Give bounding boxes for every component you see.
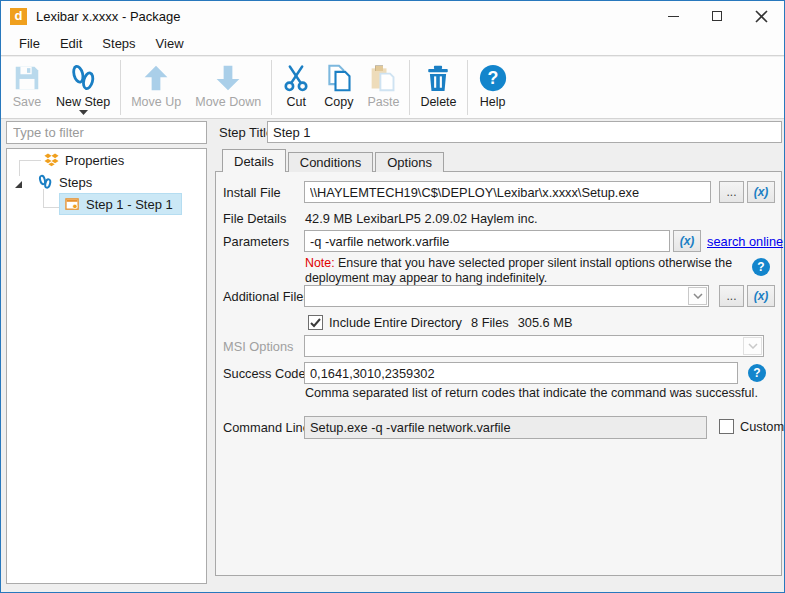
minimize-icon <box>668 16 679 17</box>
toolbar: Save New Step Move Up <box>1 57 784 119</box>
delete-label: Delete <box>420 95 456 109</box>
scissors-icon <box>282 62 310 94</box>
additional-files-variable-button[interactable]: (x) <box>747 285 775 307</box>
trash-icon <box>425 62 451 94</box>
copy-label: Copy <box>324 95 353 109</box>
tree-item-step-1[interactable]: Step 1 - Step 1 <box>59 193 182 215</box>
tree-item-label: Properties <box>65 153 124 168</box>
additional-files-combobox[interactable] <box>304 285 709 307</box>
footsteps-icon <box>68 62 98 94</box>
custom-checkbox[interactable] <box>719 419 734 434</box>
move-up-label: Move Up <box>131 95 181 109</box>
note-text: Ensure that you have selected proper sil… <box>305 256 732 285</box>
success-codes-input[interactable] <box>304 362 738 384</box>
new-step-button[interactable]: New Step <box>49 57 117 118</box>
parameters-input[interactable] <box>304 230 670 252</box>
step-form-icon <box>64 196 80 212</box>
search-online-link[interactable]: search online <box>707 234 783 249</box>
additional-files-value <box>305 288 310 303</box>
save-button: Save <box>5 57 49 118</box>
include-directory-files-count: 8 Files <box>471 315 509 330</box>
new-step-dropdown-icon[interactable] <box>79 110 88 115</box>
parameters-help-icon[interactable]: ? <box>752 258 770 276</box>
paste-label: Paste <box>367 95 399 109</box>
chevron-down-icon[interactable] <box>688 287 707 305</box>
file-details-value: 42.9 MB LexibarLP5 2.09.02 Haylem inc. <box>305 211 538 226</box>
command-line-label: Command Line <box>223 420 310 435</box>
parameters-variable-button[interactable]: (x) <box>673 230 701 252</box>
command-line-output <box>304 416 707 439</box>
tree-expander-icon[interactable] <box>14 180 23 189</box>
custom-label: Custom <box>740 419 784 434</box>
success-codes-helper-text: Comma separated list of return codes tha… <box>305 386 758 400</box>
copy-button[interactable]: Copy <box>317 57 360 118</box>
msi-options-combobox <box>304 335 764 357</box>
success-codes-help-icon[interactable]: ? <box>748 364 766 382</box>
save-label: Save <box>13 95 42 109</box>
include-directory-checkbox[interactable] <box>308 315 323 330</box>
package-icon <box>43 152 59 168</box>
minimize-button[interactable] <box>662 5 684 27</box>
maximize-button[interactable] <box>706 5 728 27</box>
filter-input[interactable] <box>6 121 207 144</box>
step-title-label: Step Title <box>219 125 273 140</box>
tab-strip: Details Conditions Options <box>222 149 446 172</box>
install-file-variable-button[interactable]: (x) <box>747 181 775 203</box>
note-prefix: Note: <box>305 256 335 270</box>
arrow-up-icon <box>142 62 170 94</box>
cut-button[interactable]: Cut <box>275 57 317 118</box>
menu-edit[interactable]: Edit <box>50 33 92 54</box>
tab-details[interactable]: Details <box>222 149 286 172</box>
menu-steps[interactable]: Steps <box>92 33 145 54</box>
menu-bar: File Edit Steps View <box>1 31 784 56</box>
tree-connector <box>19 160 41 161</box>
move-down-button: Move Down <box>188 57 268 118</box>
save-floppy-icon <box>12 62 42 94</box>
check-icon <box>310 318 321 328</box>
tree-item-label: Step 1 - Step 1 <box>86 197 173 212</box>
tree-item-steps[interactable]: Steps <box>37 171 92 193</box>
custom-command-row: Custom <box>719 419 784 434</box>
details-panel: Install File ... (x) File Details 42.9 M… <box>215 171 782 576</box>
selected-tree-item[interactable]: Step 1 - Step 1 <box>59 193 182 215</box>
parameters-label: Parameters <box>223 234 289 249</box>
step-title-input[interactable] <box>267 121 782 143</box>
tree-connector <box>43 207 59 208</box>
cut-label: Cut <box>287 95 306 109</box>
menu-view[interactable]: View <box>146 33 194 54</box>
menu-file[interactable]: File <box>9 33 50 54</box>
tab-conditions[interactable]: Conditions <box>288 152 373 172</box>
tree-item-properties[interactable]: Properties <box>43 149 124 171</box>
tree-item-label: Steps <box>59 175 92 190</box>
install-file-label: Install File <box>223 185 281 200</box>
help-button[interactable]: ? Help <box>471 57 515 118</box>
help-label: Help <box>480 95 506 109</box>
include-directory-row: Include Entire Directory 8 Files 305.6 M… <box>308 315 572 330</box>
toolbar-separator <box>120 60 121 115</box>
title-bar: d Lexibar x.xxxx - Package <box>1 1 784 31</box>
footsteps-icon <box>37 174 53 190</box>
additional-files-browse-button[interactable]: ... <box>719 285 744 307</box>
include-directory-label: Include Entire Directory <box>329 315 462 330</box>
move-down-label: Move Down <box>195 95 261 109</box>
silent-install-note: Note: Ensure that you have selected prop… <box>305 256 750 286</box>
msi-options-label: MSI Options <box>223 339 293 354</box>
arrow-down-icon <box>214 62 242 94</box>
chevron-down-icon <box>743 337 762 355</box>
install-file-input[interactable] <box>304 181 711 203</box>
toolbar-separator <box>409 60 410 115</box>
move-up-button: Move Up <box>124 57 188 118</box>
file-details-label: File Details <box>223 211 286 226</box>
success-codes-label: Success Codes <box>223 366 312 381</box>
additional-files-label: Additional Files <box>223 289 310 304</box>
paste-button: Paste <box>360 57 406 118</box>
tab-options[interactable]: Options <box>375 152 444 172</box>
toolbar-separator <box>467 60 468 115</box>
install-file-browse-button[interactable]: ... <box>719 181 744 203</box>
steps-tree: Properties Steps <box>6 148 207 584</box>
close-button[interactable] <box>750 5 772 27</box>
delete-button[interactable]: Delete <box>413 57 463 118</box>
new-step-label: New Step <box>56 95 110 109</box>
app-window: d Lexibar x.xxxx - Package File Edit Ste… <box>0 0 785 593</box>
window-title: Lexibar x.xxxx - Package <box>36 9 181 24</box>
